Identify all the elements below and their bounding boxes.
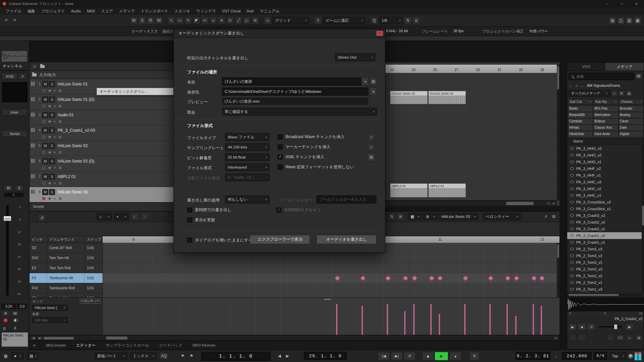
PK_2_Tom2_v2[interactable]: PK_2_Tom2_v2 [567,273,642,279]
marker-time-display[interactable]: 9. 2. 3. 81 [516,352,550,360]
menu-item[interactable]: Hub [244,9,257,13]
velocity-bar[interactable] [430,304,432,335]
velocity-bar[interactable] [541,306,542,335]
auto-quantize-button[interactable]: AQ [160,352,168,360]
drum-snap-value[interactable]: 1/16 [85,283,103,293]
PK_3_HHC_v3[interactable]: PK_3_HHC_v3 [567,179,642,185]
scrollbar-handle[interactable] [557,244,559,258]
menu-item[interactable]: マニュアル [257,9,282,14]
line-tool[interactable]: ╱ [235,17,242,24]
scrollbar-handle[interactable] [106,337,127,340]
undo-icon[interactable]: ↶ [3,17,10,24]
drum-snap-value[interactable]: 1/16 [85,243,103,253]
preview-play-icon[interactable]: ▶ [569,323,577,330]
after-export-dropdown[interactable]: 何もしない▾ [225,195,270,203]
breadcrumb-ellipsis[interactable]: … [581,83,584,87]
velocity-bar[interactable] [506,304,508,335]
update-display-checkbox[interactable]: 表示を更新 [187,217,215,223]
decrement-icon[interactable]: − [569,334,577,341]
minimize-button[interactable]: – [600,0,614,7]
monitor-icon[interactable]: ◉ [48,181,51,185]
grid-icon[interactable]: # [314,17,322,24]
PK_3_Crash2_v2[interactable]: PK_3_Crash2_v2 [567,219,642,226]
category-cell[interactable]: Acoustic [619,106,644,112]
checkbox[interactable] [278,144,283,149]
editor-bar-number[interactable]: 11 [438,237,442,241]
checkbox[interactable] [278,155,283,160]
scroll-right-icon[interactable]: ▶ [37,336,43,340]
loop-editor-icon[interactable]: ↺ [38,214,46,222]
record-arm-icon[interactable] [42,89,45,92]
drum-snap-value[interactable]: 1/16 [85,293,103,297]
dialog-titlebar[interactable]: オーディオミックスダウン書き出し ✕ [174,29,385,38]
record-arm-icon[interactable] [42,182,45,185]
drum-map-dropdown[interactable]: HALion Sonic [.▾ [32,305,68,311]
drum-snap-value[interactable]: 1/16 [85,253,103,263]
velocity-lane[interactable]: ▪▪▪▪ [103,297,559,335]
record-mode-dropdown[interactable]: ●▾ [11,352,23,360]
close-lower-zone-icon[interactable]: ✕ [33,344,36,347]
drum-row[interactable]: G2 Triangle Hit 1/16 [30,293,103,297]
right-zone-toggle-icon[interactable]: ▦ [634,17,641,24]
show-in-explorer-button[interactable]: エクスプローラーで表示 [250,235,310,244]
PK_3_Crash2_v1[interactable]: PK_3_Crash2_v1 [567,226,642,232]
velocity-bar[interactable] [413,304,415,335]
tap-tempo-dropdown[interactable]: Tap▾ [609,352,627,360]
monitor-icon[interactable]: ◉ [48,150,51,155]
category-cell[interactable]: Analog [619,112,644,118]
monitor-icon[interactable]: ◉ [48,165,51,170]
track-mute-button[interactable]: M [42,112,48,118]
preview-volume-slider[interactable] [599,326,622,327]
dot-icon[interactable]: · [578,334,586,341]
home-icon[interactable]: ⌂ [576,83,578,87]
velocity-lane-tag[interactable]: ベロシティー [80,299,101,304]
edit-channel-icon[interactable]: e [54,165,56,170]
track-mute-button[interactable]: M [42,81,48,87]
instrument-icon[interactable]: ▥ [59,119,62,124]
checkbox[interactable] [278,165,283,170]
play-tool[interactable]: ▷ [243,17,251,24]
drum-row[interactable]: F2 Tambourine Hit 1/16 [30,273,103,283]
track-solo-button[interactable]: S [49,112,55,118]
scroll-left-icon[interactable]: ◀ [31,336,36,340]
go-to-end-button[interactable]: ▶| [391,352,403,360]
play-button[interactable]: ▶ [435,352,448,360]
audition-icon[interactable]: ↯ [404,17,412,24]
monitor-icon[interactable]: ◉ [48,196,51,201]
insert-mode-dropdown[interactable]: 新規パート▾ [95,352,127,360]
arrange-vertical-scrollbar[interactable] [557,65,559,200]
inspector-toggle-icon[interactable]: ◫ [617,17,625,24]
velocity-bar[interactable] [533,304,534,335]
menu-item[interactable]: トランスポート [138,9,171,14]
edit-quantize-icon[interactable]: e [413,17,420,24]
edit-channel-icon[interactable]: e [54,104,56,108]
info-framerate-value[interactable]: 30 fps [453,29,464,33]
editor-home-dropdown[interactable]: ⌂▾ [97,213,112,220]
channel-preset-button[interactable]: H.03 [2,73,17,79]
stop-button[interactable]: ■ [422,352,434,360]
name-column-header[interactable]: Name [567,138,644,144]
record-arm-icon[interactable] [42,120,45,123]
info-panlaw-value[interactable]: 均等パワー [529,29,548,34]
track-mute-button[interactable]: M [42,97,48,103]
menu-item[interactable]: ウィンドウ [193,9,219,14]
editor-zoom-icon[interactable]: + [553,336,558,340]
track-solo-button[interactable]: S [49,143,55,149]
arrange-event[interactable]: HALion Sonic 01 [390,91,428,104]
file-name-input[interactable]: げんざいの進捗 [222,77,361,85]
editor-select-icon[interactable]: · [141,213,148,220]
monitor-icon[interactable]: ◉ [48,88,51,93]
realtime-export-checkbox[interactable]: 実時間での書き出し [187,207,231,213]
scrollbar-handle[interactable] [557,66,559,89]
zoom-in-icon[interactable]: + [551,201,556,205]
sample-preview-waveform[interactable] [568,297,644,311]
velocity-bar[interactable] [336,304,337,335]
mute-tool[interactable]: ✕ [218,17,225,24]
marker-chunk-checkbox[interactable]: マーカーチャンクを挿入 [278,144,330,150]
lane-resize-handle[interactable]: ▪▪▪▪ [324,298,331,301]
PK_3_Crash1_v1[interactable]: PK_3_Crash1_v1 [567,239,642,246]
arrange-event[interactable]: ABPL2 01 [428,183,466,197]
preview-stop-icon[interactable]: ■ [578,323,586,330]
pool-folder-input[interactable]: プールフォルダー名を入力 [317,195,376,203]
editor-edit-icon[interactable]: e [397,213,404,220]
